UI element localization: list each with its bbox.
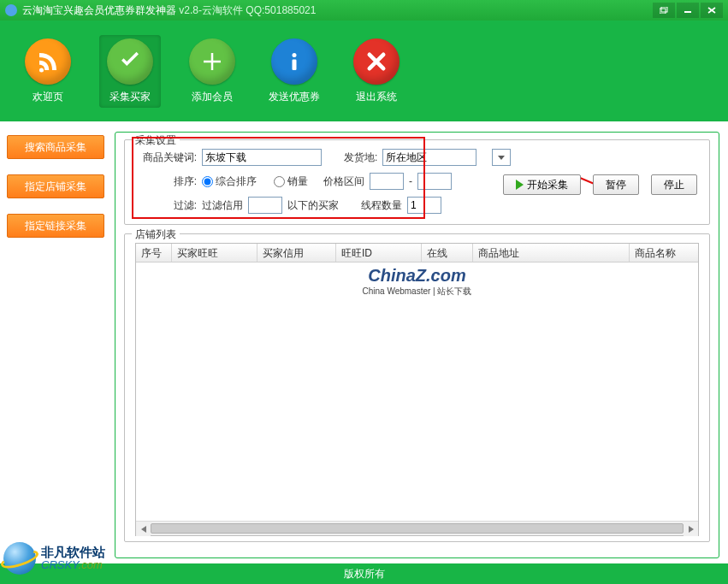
settings-legend: 采集设置 <box>132 133 180 148</box>
footer: 版权所有 <box>0 563 728 584</box>
svg-rect-1 <box>661 7 667 12</box>
keyword-label: 商品关键词: <box>135 150 197 165</box>
stop-button[interactable]: 停止 <box>651 174 697 195</box>
sort-label: 排序: <box>135 174 197 189</box>
scroll-right-icon[interactable] <box>684 522 698 536</box>
minimize-button[interactable] <box>677 3 699 18</box>
svg-rect-6 <box>293 59 297 70</box>
window-controls <box>653 3 723 18</box>
svg-point-5 <box>293 53 297 57</box>
price-max-input[interactable] <box>417 173 452 190</box>
list-legend: 店铺列表 <box>132 227 180 242</box>
settings-fieldset: 采集设置 商品关键词: 发货地: 排序: 综合排序 <box>124 139 710 225</box>
col-seq[interactable]: 序号 <box>136 244 172 262</box>
col-name[interactable]: 商品名称 <box>630 244 698 262</box>
price-label: 价格区间 <box>323 174 364 189</box>
ship-dropdown[interactable] <box>492 149 511 166</box>
col-online[interactable]: 在线 <box>422 244 473 262</box>
list-fieldset: 店铺列表 序号 买家旺旺 买家信用 旺旺ID 在线 商品地址 商品名称 Chin… <box>124 233 710 542</box>
sidebar-search-product[interactable]: 搜索商品采集 <box>7 135 104 159</box>
restore-button[interactable] <box>653 3 675 18</box>
toolbar: 欢迎页 采集买家 添加会员 发送优惠券 退出系统 <box>0 21 728 121</box>
toolbar-collect-buyer[interactable]: 采集买家 <box>99 35 161 108</box>
filter-credit-input[interactable] <box>248 197 282 214</box>
plus-icon <box>189 38 235 85</box>
keyword-input[interactable] <box>202 149 322 166</box>
price-sep: - <box>409 175 412 187</box>
price-min-input[interactable] <box>370 173 404 190</box>
thread-label: 线程数量 <box>361 198 402 213</box>
close-button[interactable] <box>701 3 723 18</box>
horizontal-scrollbar[interactable] <box>136 521 698 535</box>
filter-label: 过滤: <box>135 198 197 213</box>
toolbar-exit[interactable]: 退出系统 <box>346 38 407 104</box>
scroll-left-icon[interactable] <box>136 522 151 536</box>
toolbar-label: 采集买家 <box>109 90 151 104</box>
action-buttons: 开始采集 暂停 停止 <box>503 174 697 195</box>
col-credit[interactable]: 买家信用 <box>257 244 336 262</box>
table-header: 序号 买家旺旺 买家信用 旺旺ID 在线 商品地址 商品名称 <box>136 244 698 263</box>
window-title: 云淘淘宝兴趣会员优惠券群发神器 v2.8-云淘软件 QQ:501885021 <box>22 3 653 18</box>
col-wwid[interactable]: 旺旺ID <box>336 244 422 262</box>
ship-input[interactable] <box>382 149 476 166</box>
col-url[interactable]: 商品地址 <box>473 244 630 262</box>
toolbar-label: 退出系统 <box>356 90 397 104</box>
main-panel: 采集设置 商品关键词: 发货地: 排序: 综合排序 <box>115 132 719 558</box>
filter-credit-prefix: 过滤信用 <box>202 198 243 213</box>
svg-rect-0 <box>660 9 666 14</box>
footer-text: 版权所有 <box>344 567 385 581</box>
col-wangwang[interactable]: 买家旺旺 <box>172 244 257 262</box>
app-icon <box>5 4 17 16</box>
sort-radio-sales[interactable]: 销量 <box>274 174 308 189</box>
ship-label: 发货地: <box>344 150 377 165</box>
toolbar-label: 发送优惠券 <box>269 90 320 104</box>
sidebar-link-collect[interactable]: 指定链接采集 <box>7 214 104 238</box>
info-icon <box>271 38 317 85</box>
check-icon <box>107 38 153 85</box>
pause-button[interactable]: 暂停 <box>593 174 639 195</box>
toolbar-send-coupon[interactable]: 发送优惠券 <box>263 38 325 104</box>
watermark: ChinaZ.com China Webmaster | 站长下载 <box>362 266 471 298</box>
toolbar-label: 添加会员 <box>192 90 233 104</box>
filter-credit-suffix: 以下的买家 <box>287 198 339 213</box>
start-button[interactable]: 开始采集 <box>503 174 581 195</box>
sort-radio-composite[interactable]: 综合排序 <box>202 174 257 189</box>
table-body: ChinaZ.com China Webmaster | 站长下载 <box>136 263 698 521</box>
sidebar: 搜索商品采集 指定店铺采集 指定链接采集 <box>0 121 111 563</box>
scroll-thumb[interactable] <box>151 523 684 534</box>
toolbar-add-member[interactable]: 添加会员 <box>181 38 243 104</box>
toolbar-label: 欢迎页 <box>33 90 63 104</box>
table: 序号 买家旺旺 买家信用 旺旺ID 在线 商品地址 商品名称 ChinaZ.co… <box>135 243 699 536</box>
titlebar: 云淘淘宝兴趣会员优惠券群发神器 v2.8-云淘软件 QQ:501885021 <box>0 0 728 21</box>
toolbar-welcome[interactable]: 欢迎页 <box>17 38 79 104</box>
play-icon <box>516 180 524 190</box>
thread-input[interactable] <box>407 197 441 214</box>
close-icon <box>353 38 400 85</box>
rss-icon <box>25 38 71 85</box>
sidebar-shop-collect[interactable]: 指定店铺采集 <box>7 174 104 198</box>
